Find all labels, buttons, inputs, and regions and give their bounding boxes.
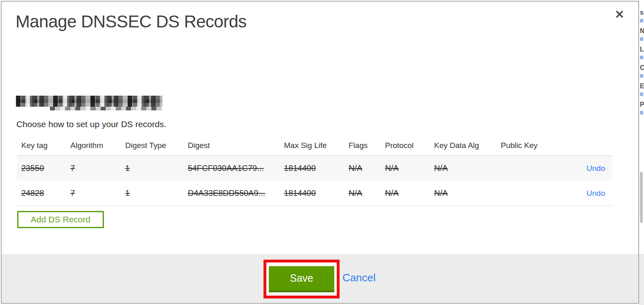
edge-link-fragment [640, 56, 643, 59]
table-row: 24828 7 1 D4A33E8DD550A9... 1814400 N/A … [17, 181, 612, 206]
column-header-flags: Flags [344, 135, 381, 156]
save-button[interactable]: Save [269, 266, 334, 292]
cell-key-tag: 24828 [17, 181, 66, 206]
undo-link[interactable]: Undo [587, 189, 605, 197]
cell-flags: N/A [344, 181, 381, 206]
add-ds-record-button[interactable]: Add DS Record [17, 211, 104, 228]
edge-letter: N [640, 27, 644, 35]
cancel-link[interactable]: Cancel [342, 271, 376, 284]
edge-fragment: N [640, 27, 644, 46]
edge-fragment: C [640, 64, 644, 83]
background-scrollbar-thumb[interactable] [640, 172, 643, 223]
page-background: s N L C E P [0, 0, 644, 305]
cell-max-sig-life: 1814400 [279, 156, 344, 181]
column-header-key-data-alg: Key Data Alg [430, 135, 496, 156]
redaction-mosaic [16, 96, 162, 107]
cell-digest-type: 1 [121, 156, 183, 181]
cell-max-sig-life: 1814400 [279, 181, 344, 206]
cell-public-key [496, 156, 570, 181]
column-header-max-sig-life: Max Sig Life [279, 135, 344, 156]
edge-letter: P [640, 101, 644, 108]
cell-key-data-alg: N/A [430, 181, 496, 206]
column-header-key-tag: Key tag [17, 135, 66, 156]
column-header-public-key: Public Key [496, 135, 570, 156]
manage-dnssec-modal: Manage DNSSEC DS Records ✕ Choose how to… [1, 1, 639, 304]
background-page-edge: s N L C E P [639, 0, 644, 305]
instruction-text: Choose how to set up your DS records. [16, 119, 638, 129]
cell-algorithm: 7 [66, 156, 121, 181]
cell-digest-type: 1 [121, 181, 183, 206]
redaction-mosaic [50, 107, 162, 110]
edge-link-fragment [640, 37, 643, 41]
table-header-row: Key tag Algorithm Digest Type Digest Max… [17, 135, 612, 156]
edge-link-fragment [640, 111, 643, 114]
background-text-fragments: s N L C E P [640, 9, 644, 119]
column-header-digest: Digest [183, 135, 279, 156]
page-title: Manage DNSSEC DS Records [16, 12, 638, 31]
edge-fragment: P [640, 101, 644, 119]
close-icon[interactable]: ✕ [615, 9, 624, 20]
edge-fragment: s [640, 9, 644, 27]
cell-flags: N/A [344, 156, 381, 181]
cell-digest: D4A33E8DD550A9... [183, 181, 279, 206]
edge-letter: C [640, 64, 644, 72]
table-row: 23550 7 1 54FCF030AA1C79... 1814400 N/A … [17, 156, 612, 181]
cell-digest: 54FCF030AA1C79... [183, 156, 279, 181]
cell-public-key [496, 181, 570, 206]
edge-letter: s [640, 9, 644, 16]
modal-footer: Save Cancel [2, 254, 638, 303]
red-highlight-annotation: Save [263, 260, 340, 298]
column-header-algorithm: Algorithm [66, 135, 121, 156]
column-header-protocol: Protocol [381, 135, 430, 156]
cell-key-data-alg: N/A [430, 156, 496, 181]
redacted-domain-name [16, 96, 163, 110]
edge-letter: L [640, 46, 644, 53]
ds-records-table: Key tag Algorithm Digest Type Digest Max… [17, 135, 612, 206]
edge-fragment: L [640, 46, 644, 64]
background-footer-edge [639, 254, 644, 305]
edge-letter: E [640, 83, 644, 90]
edge-fragment: E [640, 83, 644, 101]
cell-key-tag: 23550 [17, 156, 66, 181]
cell-algorithm: 7 [66, 181, 121, 206]
edge-link-fragment [640, 19, 643, 22]
column-header-digest-type: Digest Type [121, 135, 183, 156]
cell-protocol: N/A [381, 181, 430, 206]
edge-link-fragment [640, 74, 643, 78]
column-header-actions [570, 135, 612, 156]
cell-protocol: N/A [381, 156, 430, 181]
undo-link[interactable]: Undo [587, 164, 605, 173]
edge-link-fragment [640, 92, 643, 96]
